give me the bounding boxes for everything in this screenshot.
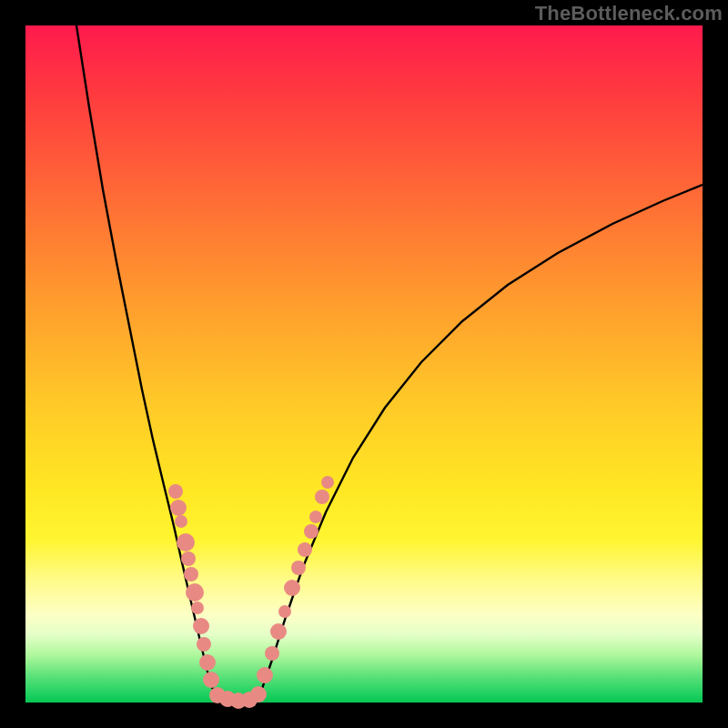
chart-frame: TheBottleneck.com bbox=[0, 0, 728, 728]
bead-left-7 bbox=[191, 602, 204, 614]
bead-left-4 bbox=[181, 551, 196, 566]
bead-right-0 bbox=[257, 667, 273, 683]
beads-group bbox=[168, 476, 334, 709]
bead-left-10 bbox=[199, 654, 216, 671]
bead-left-5 bbox=[184, 567, 198, 581]
bead-right-3 bbox=[278, 605, 291, 618]
bead-left-2 bbox=[175, 515, 187, 528]
bead-left-8 bbox=[193, 618, 209, 634]
bead-right-7 bbox=[304, 524, 318, 539]
bead-left-6 bbox=[186, 583, 204, 602]
bead-left-9 bbox=[197, 637, 211, 652]
bead-right-6 bbox=[298, 542, 312, 557]
plot-area bbox=[25, 25, 703, 703]
bead-right-1 bbox=[265, 646, 279, 661]
bead-left-1 bbox=[170, 500, 187, 516]
bead-right-8 bbox=[309, 511, 322, 523]
bead-right-9 bbox=[315, 490, 329, 504]
bead-right-10 bbox=[321, 476, 334, 489]
bead-bottom-4 bbox=[250, 686, 267, 703]
bead-right-4 bbox=[284, 580, 300, 596]
curve-svg bbox=[25, 25, 703, 703]
bead-left-0 bbox=[168, 484, 183, 499]
bead-left-3 bbox=[177, 533, 195, 551]
bead-left-11 bbox=[203, 672, 219, 688]
watermark-text: TheBottleneck.com bbox=[535, 2, 723, 25]
curve-right-branch bbox=[258, 185, 703, 699]
bead-right-5 bbox=[291, 561, 306, 575]
bead-right-2 bbox=[270, 623, 287, 640]
